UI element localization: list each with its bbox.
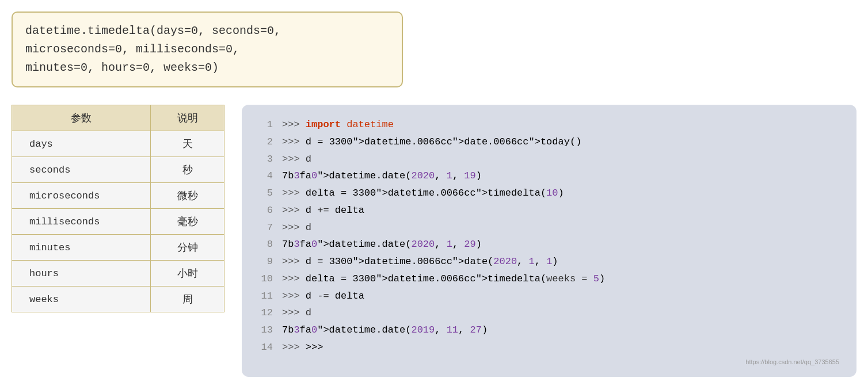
- params-table: 参数 说明 days天seconds秒microseconds微秒millise…: [12, 105, 224, 312]
- line-content: >>> import datetime: [282, 116, 839, 133]
- code-line: 10>>> delta = 3300">datetime.0066cc">tim…: [259, 270, 839, 288]
- line-number: 14: [259, 339, 273, 356]
- line-content: >>> d = 3300">datetime.0066cc">date(2020…: [282, 253, 839, 270]
- code-block: 1>>> import datetime2>>> d = 3300">datet…: [242, 105, 856, 377]
- line-content: >>> d: [282, 304, 839, 322]
- param-name: microseconds: [12, 183, 151, 209]
- param-desc: 毫秒: [151, 209, 224, 235]
- line-number: 8: [259, 236, 273, 253]
- line-content: >>> d: [282, 219, 839, 236]
- param-desc: 小时: [151, 261, 224, 287]
- line-number: 3: [259, 151, 273, 168]
- line-number: 6: [259, 202, 273, 219]
- param-desc: 周: [151, 287, 224, 312]
- param-name: minutes: [12, 235, 151, 261]
- table-row: minutes分钟: [12, 235, 224, 261]
- param-desc: 天: [151, 131, 224, 157]
- param-name: days: [12, 131, 151, 157]
- code-line: 47b3fa0">datetime.date(2020, 1, 19): [259, 167, 839, 185]
- code-line: 137b3fa0">datetime.date(2019, 11, 27): [259, 322, 839, 339]
- line-number: 13: [259, 322, 273, 339]
- line-content: >>> >>>: [282, 339, 839, 356]
- line-content: >>> d: [282, 151, 839, 168]
- table-row: seconds秒: [12, 157, 224, 183]
- col-header-desc: 说明: [151, 105, 224, 131]
- table-row: days天: [12, 131, 224, 157]
- line-content: 7b3fa0">datetime.date(2020, 1, 29): [282, 236, 839, 253]
- line-number: 10: [259, 270, 273, 288]
- signature-line1: datetime.timedelta(days=0, seconds=0, mi…: [25, 22, 389, 59]
- code-line: 87b3fa0">datetime.date(2020, 1, 29): [259, 236, 839, 253]
- main-content: 参数 说明 days天seconds秒microseconds微秒millise…: [12, 105, 856, 377]
- code-line: 7>>> d: [259, 219, 839, 236]
- code-line: 14>>> >>>: [259, 339, 839, 356]
- line-number: 11: [259, 288, 273, 305]
- col-header-param: 参数: [12, 105, 151, 131]
- line-number: 4: [259, 167, 273, 185]
- param-name: hours: [12, 261, 151, 287]
- param-desc: 秒: [151, 157, 224, 183]
- top-box: datetime.timedelta(days=0, seconds=0, mi…: [12, 12, 403, 87]
- line-number: 1: [259, 116, 273, 133]
- line-content: >>> delta = 3300">datetime.0066cc">timed…: [282, 270, 839, 288]
- table-row: milliseconds毫秒: [12, 209, 224, 235]
- code-line: 2>>> d = 3300">datetime.0066cc">date.006…: [259, 133, 839, 151]
- line-number: 7: [259, 219, 273, 236]
- code-line: 3>>> d: [259, 151, 839, 168]
- code-line: 11>>> d -= delta: [259, 288, 839, 305]
- code-line: 12>>> d: [259, 304, 839, 322]
- line-content: 7b3fa0">datetime.date(2019, 11, 27): [282, 322, 839, 339]
- table-row: weeks周: [12, 287, 224, 312]
- code-line: 1>>> import datetime: [259, 116, 839, 133]
- watermark: https://blog.csdn.net/qq_3735655: [259, 358, 839, 365]
- code-line: 5>>> delta = 3300">datetime.0066cc">time…: [259, 185, 839, 202]
- line-number: 5: [259, 185, 273, 202]
- param-name: milliseconds: [12, 209, 151, 235]
- param-desc: 分钟: [151, 235, 224, 261]
- param-desc: 微秒: [151, 183, 224, 209]
- line-number: 9: [259, 253, 273, 270]
- line-content: >>> delta = 3300">datetime.0066cc">timed…: [282, 185, 839, 202]
- line-content: >>> d -= delta: [282, 288, 839, 305]
- line-content: >>> d = 3300">datetime.0066cc">date.0066…: [282, 133, 839, 151]
- code-lines: 1>>> import datetime2>>> d = 3300">datet…: [259, 116, 839, 356]
- line-number: 12: [259, 304, 273, 322]
- table-row: microseconds微秒: [12, 183, 224, 209]
- table-row: hours小时: [12, 261, 224, 287]
- param-name: weeks: [12, 287, 151, 312]
- line-content: >>> d += delta: [282, 202, 839, 219]
- line-content: 7b3fa0">datetime.date(2020, 1, 19): [282, 167, 839, 185]
- code-line: 9>>> d = 3300">datetime.0066cc">date(202…: [259, 253, 839, 270]
- line-number: 2: [259, 133, 273, 151]
- param-name: seconds: [12, 157, 151, 183]
- signature-line2: minutes=0, hours=0, weeks=0): [25, 59, 389, 77]
- code-line: 6>>> d += delta: [259, 202, 839, 219]
